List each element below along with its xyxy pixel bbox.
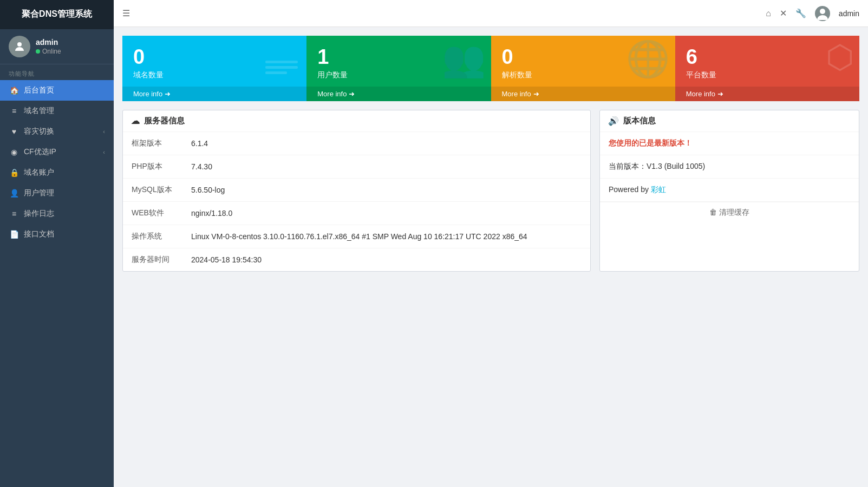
topbar-right: ⌂ ✕ 🔧 admin — [766, 6, 859, 21]
powered-by-prefix: Powered by — [609, 185, 651, 194]
sidebar-item-domain[interactable]: ≡ 域名管理 — [0, 101, 114, 121]
table-row: 框架版本6.1.4 — [123, 132, 590, 155]
status-dot — [36, 49, 40, 54]
avatar — [9, 36, 30, 57]
sidebar-label-apidoc: 接口文档 — [24, 229, 105, 239]
status-text: Online — [42, 48, 61, 55]
more-info-text-users: More info — [317, 90, 347, 98]
sidebar-icon-account: 🔒 — [9, 168, 19, 177]
sidebar-item-cf[interactable]: ◉ CF优选IP ‹ — [0, 142, 114, 162]
chevron-icon-cf: ‹ — [103, 149, 105, 155]
user-avatar-icon — [815, 6, 830, 21]
arrow-icon-platform: ➜ — [717, 90, 723, 98]
info-key: PHP版本 — [123, 155, 182, 179]
sidebar-item-account[interactable]: 🔒 域名账户 — [0, 162, 114, 183]
tool-icon[interactable]: 🔧 — [795, 8, 806, 18]
info-key: 操作系统 — [123, 225, 182, 248]
stat-card-resolve: 0 解析数量 🌐 More info ➜ — [491, 36, 675, 101]
server-info-body: 框架版本6.1.4PHP版本7.4.30MySQL版本5.6.50-logWEB… — [123, 132, 590, 271]
main-area: ☰ ⌂ ✕ 🔧 admin 0 域名数量 More info ➜ 1 用户数量 … — [114, 0, 868, 487]
stats-row: 0 域名数量 More info ➜ 1 用户数量 👥 More info ➜ … — [122, 36, 859, 101]
sidebar-status: Online — [36, 48, 61, 55]
server-info-table: 框架版本6.1.4PHP版本7.4.30MySQL版本5.6.50-logWEB… — [123, 132, 590, 271]
stat-card-users: 1 用户数量 👥 More info ➜ — [306, 36, 491, 101]
chevron-icon-switch: ‹ — [103, 128, 105, 135]
stat-more-info-users[interactable]: More info ➜ — [306, 87, 491, 101]
arrow-icon-users: ➜ — [349, 90, 355, 98]
speaker-icon: 🔊 — [608, 116, 619, 126]
powered-by: Powered by 彩虹 — [600, 179, 859, 202]
sidebar-icon-home: 🏠 — [9, 86, 19, 95]
sidebar-label-cf: CF优选IP — [24, 147, 103, 157]
info-value: 7.4.30 — [182, 155, 590, 179]
app-title: 聚合DNS管理系统 — [0, 0, 114, 29]
sidebar-nav: 🏠 后台首页 ≡ 域名管理 ♥ 容灾切换 ‹ ◉ CF优选IP ‹ 🔒 域名账户… — [0, 80, 114, 245]
sidebar-item-switch[interactable]: ♥ 容灾切换 ‹ — [0, 121, 114, 142]
info-value: 6.1.4 — [182, 132, 590, 155]
table-row: WEB软件nginx/1.18.0 — [123, 202, 590, 225]
sidebar-label-account: 域名账户 — [24, 168, 105, 177]
sidebar-label-users: 用户管理 — [24, 188, 105, 198]
sidebar-section-label: 功能导航 — [0, 64, 114, 80]
close-icon[interactable]: ✕ — [780, 8, 787, 18]
stat-more-info-resolve[interactable]: More info ➜ — [491, 87, 675, 101]
sidebar-item-users[interactable]: 👤 用户管理 — [0, 183, 114, 203]
home-icon[interactable]: ⌂ — [766, 9, 771, 18]
info-key: WEB软件 — [123, 202, 182, 225]
table-row: MySQL版本5.6.50-log — [123, 179, 590, 202]
sidebar-item-logs[interactable]: ≡ 操作日志 — [0, 203, 114, 224]
table-row: PHP版本7.4.30 — [123, 155, 590, 179]
table-row: 操作系统Linux VM-0-8-centos 3.10.0-1160.76.1… — [123, 225, 590, 248]
sidebar-icon-apidoc: 📄 — [9, 230, 19, 239]
table-row: 服务器时间2024-05-18 19:54:30 — [123, 248, 590, 272]
content-area: 0 域名数量 More info ➜ 1 用户数量 👥 More info ➜ … — [114, 27, 868, 487]
info-key: 框架版本 — [123, 132, 182, 155]
sidebar-user: admin Online — [0, 29, 114, 64]
sidebar-icon-switch: ♥ — [9, 127, 19, 136]
info-value: 2024-05-18 19:54:30 — [182, 248, 590, 272]
topbar: ☰ ⌂ ✕ 🔧 admin — [114, 0, 868, 27]
server-info-title: 服务器信息 — [144, 116, 185, 126]
server-info-header: ☁ 服务器信息 — [123, 110, 590, 132]
main-panels: ☁ 服务器信息 框架版本6.1.4PHP版本7.4.30MySQL版本5.6.5… — [122, 110, 859, 272]
arrow-icon-resolve: ➜ — [533, 90, 539, 98]
stat-more-info-platform[interactable]: More info ➜ — [675, 87, 859, 101]
version-info-header: 🔊 版本信息 — [600, 110, 859, 132]
stat-more-info-domains[interactable]: More info ➜ — [122, 87, 306, 101]
sidebar-item-apidoc[interactable]: 📄 接口文档 — [0, 224, 114, 245]
sidebar-icon-users: 👤 — [9, 189, 19, 198]
sidebar-label-domain: 域名管理 — [24, 106, 105, 116]
sidebar-label-switch: 容灾切换 — [24, 127, 103, 136]
sidebar-username: admin — [36, 38, 61, 47]
info-value: 5.6.50-log — [182, 179, 590, 202]
info-key: MySQL版本 — [123, 179, 182, 202]
more-info-text-resolve: More info — [502, 90, 531, 98]
info-value: nginx/1.18.0 — [182, 202, 590, 225]
sidebar-icon-logs: ≡ — [9, 209, 19, 218]
topbar-left: ☰ — [122, 8, 130, 18]
info-value: Linux VM-0-8-centos 3.10.0-1160.76.1.el7… — [182, 225, 590, 248]
version-info-body: 您使用的已是最新版本！ 当前版本：V1.3 (Build 1005) Power… — [600, 132, 859, 223]
powered-by-link[interactable]: 彩虹 — [651, 185, 666, 194]
stat-label-platform: 平台数量 — [686, 70, 849, 80]
topbar-username: admin — [839, 9, 859, 18]
sidebar: 聚合DNS管理系统 admin Online 功能导航 🏠 后台首页 ≡ 域名管… — [0, 0, 114, 487]
sidebar-icon-cf: ◉ — [9, 148, 19, 156]
sidebar-icon-domain: ≡ — [9, 107, 19, 115]
more-info-text-domains: More info — [133, 90, 162, 98]
sidebar-label-home: 后台首页 — [24, 85, 105, 95]
sidebar-item-home[interactable]: 🏠 后台首页 — [0, 80, 114, 101]
server-info-panel: ☁ 服务器信息 框架版本6.1.4PHP版本7.4.30MySQL版本5.6.5… — [122, 110, 591, 272]
clear-cache-button[interactable]: 🗑 清理缓存 — [600, 202, 859, 223]
stat-card-domains: 0 域名数量 More info ➜ — [122, 36, 306, 101]
svg-point-0 — [17, 42, 22, 47]
arrow-icon-domains: ➜ — [165, 90, 171, 98]
sidebar-label-logs: 操作日志 — [24, 209, 105, 219]
svg-point-1 — [820, 9, 825, 14]
cloud-icon: ☁ — [131, 116, 140, 126]
menu-toggle-icon[interactable]: ☰ — [122, 8, 130, 18]
latest-version-msg: 您使用的已是最新版本！ — [600, 132, 859, 155]
version-info-title: 版本信息 — [623, 116, 656, 126]
stat-card-platform: 6 平台数量 ⬡ More info ➜ — [675, 36, 859, 101]
current-version: 当前版本：V1.3 (Build 1005) — [600, 155, 859, 179]
